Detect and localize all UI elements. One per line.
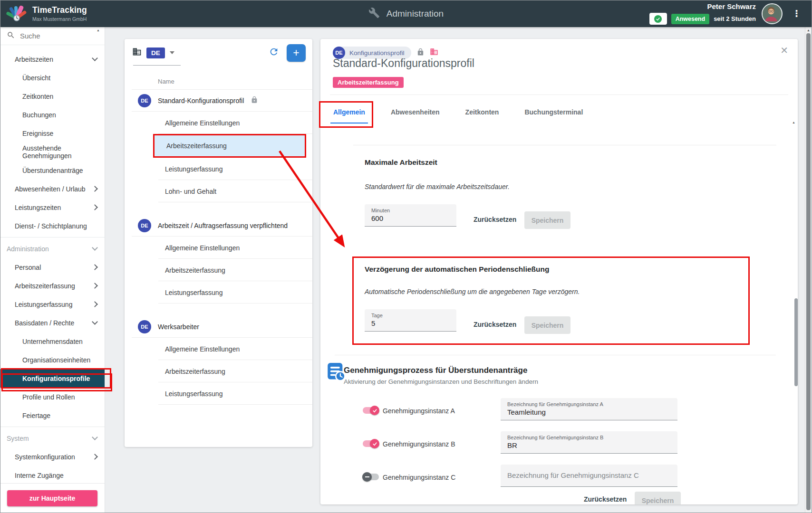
presence-check-button[interactable] <box>649 13 667 25</box>
sidebar-item-profile-und-rollen[interactable]: Profile und Rollen <box>0 388 105 406</box>
sidebar-section-administration[interactable]: Administration <box>0 239 105 258</box>
avatar[interactable] <box>762 3 783 24</box>
sidebar-section-system[interactable]: System <box>0 429 105 447</box>
toggle-instance-a[interactable] <box>362 406 379 415</box>
tab-abwesenheiten[interactable]: Abwesenheiten <box>388 103 443 124</box>
sidebar-item-abwesenheiten-urlaub[interactable]: Abwesenheiten / Urlaub <box>0 180 105 198</box>
sidebar-item-systemkonfiguration[interactable]: Systemkonfiguration <box>0 447 105 466</box>
profile-subitem-selected[interactable]: Arbeitszeiterfassung <box>153 134 306 158</box>
search-placeholder: Suche <box>20 32 40 40</box>
reset-button[interactable]: Zurücksetzen <box>474 321 516 328</box>
tab-allgemein[interactable]: Allgemein <box>330 103 368 124</box>
divider <box>0 237 105 238</box>
tab-buchungsterminal[interactable]: Buchungsterminal <box>522 103 586 124</box>
instance-a-name-input[interactable]: Bezeichnung für Genehmigungsinstanz A Te… <box>501 398 677 420</box>
refresh-icon[interactable] <box>269 47 279 59</box>
reset-button[interactable]: Zurücksetzen <box>584 495 627 503</box>
chevron-down-icon <box>92 55 98 61</box>
sidebar-item-basisdaten-rechte[interactable]: Basisdaten / Rechte <box>0 314 105 332</box>
profile-subitem[interactable]: Leistungserfassung <box>125 158 312 180</box>
sidebar-item-personal[interactable]: Personal <box>0 258 105 276</box>
divider <box>0 427 105 427</box>
sidebar-item-konfigurationsprofile[interactable]: Konfigurationsprofile <box>0 369 105 388</box>
days-input[interactable]: Tage 5 <box>365 309 456 332</box>
profile-subitem[interactable]: Arbeitszeiterfassung <box>125 259 312 281</box>
browser-scrollbar[interactable]: ▲ <box>805 27 812 513</box>
sidebar: Suche ▲ Arbeitszeiten Übersicht Zeitkont… <box>0 27 105 513</box>
profile-subitem[interactable]: Lohn- und Gehalt <box>125 180 312 202</box>
sidebar-item-feiertage[interactable]: Feiertage <box>0 406 105 425</box>
tab-bar: Allgemein Abwesenheiten Zeitkonten Buchu… <box>330 103 586 124</box>
check-icon <box>370 406 379 415</box>
kebab-menu-icon[interactable]: ⋮ <box>788 8 805 19</box>
sidebar-item-leistungserfassung[interactable]: Leistungserfassung <box>0 295 105 314</box>
chevron-down-icon[interactable] <box>170 51 174 54</box>
sidebar-item-buchungen[interactable]: Buchungen <box>0 105 105 124</box>
building-icon[interactable] <box>430 48 438 58</box>
save-button[interactable]: Speichern <box>524 316 570 334</box>
section-desc-period-delay: Automatische Periodenschließung um die a… <box>365 288 580 295</box>
panel-scrollbar[interactable] <box>794 298 798 386</box>
profile-subitem[interactable]: Allgemeine Einstellungen <box>125 112 312 134</box>
sidebar-nav: Arbeitszeiten Übersicht Zeitkonten Buchu… <box>0 45 105 484</box>
profile-group-row[interactable]: DE Standard-Konfigurationsprofil <box>125 90 312 112</box>
sidebar-item-arbeitszeiterfassung[interactable]: Arbeitszeiterfassung <box>0 276 105 295</box>
toggle-instance-b[interactable] <box>362 439 379 448</box>
lock-icon <box>416 48 425 58</box>
save-button[interactable]: Speichern <box>635 492 681 504</box>
toggle-label-c: Genehmigungsinstanz C <box>383 474 455 481</box>
sidebar-item-leistungszeiten[interactable]: Leistungszeiten <box>0 198 105 217</box>
tab-zeitkonten[interactable]: Zeitkonten <box>463 103 502 124</box>
top-bar: TimeTracking Max Mustermann GmbH Adminis… <box>0 0 812 27</box>
user-name: Peter Schwarz <box>707 2 756 10</box>
org-badge-circle: DE <box>138 219 151 232</box>
chevron-right-icon <box>92 204 98 210</box>
close-icon[interactable]: ✕ <box>778 43 790 58</box>
toggle-label-a: Genehmigungsinstanz A <box>383 407 455 415</box>
presence-badge: Anwesend <box>671 14 710 24</box>
reset-button[interactable]: Zurücksetzen <box>474 216 516 223</box>
divider <box>353 145 776 145</box>
profile-group-row[interactable]: DE Arbeitszeit / Auftragserfassung verpf… <box>125 215 312 237</box>
instance-c-name-input[interactable]: Bezeichnung für Genehmigungsinstanz C <box>501 465 677 487</box>
section-title-approval: Genehmigungsprozess für Überstundenanträ… <box>344 366 527 375</box>
sidebar-item-uebersicht[interactable]: Übersicht <box>0 68 105 87</box>
instance-b-name-input[interactable]: Bezeichnung für Genehmigungsinstanz B BR <box>501 431 677 454</box>
sidebar-item-arbeitszeiten[interactable]: Arbeitszeiten <box>0 50 105 68</box>
sidebar-item-unternehmensdaten[interactable]: Unternehmensdaten <box>0 332 105 351</box>
profile-list-header: DE + <box>125 39 312 66</box>
minus-icon <box>362 472 372 482</box>
sidebar-item-zeitkonten[interactable]: Zeitkonten <box>0 87 105 105</box>
sidebar-item-ausstehende-genehmigungen[interactable]: Ausstehende Genehmigungen <box>0 142 105 161</box>
approval-process-icon <box>327 362 346 383</box>
profile-subitem[interactable]: Allgemeine Einstellungen <box>125 237 312 259</box>
sidebar-item-ereignisse[interactable]: Ereignisse <box>0 124 105 142</box>
chevron-down-icon <box>92 434 98 440</box>
profile-subitem[interactable]: Allgemeine Einstellungen <box>125 338 312 360</box>
profile-group-row[interactable]: DE Werksarbeiter <box>125 316 312 338</box>
org-selector-badge[interactable]: DE <box>146 48 165 58</box>
app-brand[interactable]: TimeTracking Max Mustermann GmbH <box>0 3 87 24</box>
building-icon <box>132 47 142 58</box>
sidebar-item-dienst-schichtplanung[interactable]: Dienst- / Schichtplanung <box>0 217 105 235</box>
save-button[interactable]: Speichern <box>524 211 570 229</box>
scroll-up-icon: ▲ <box>807 28 810 32</box>
scrollbar-thumb[interactable] <box>806 33 811 510</box>
add-profile-button[interactable]: + <box>287 44 306 62</box>
toggle-instance-c[interactable] <box>362 472 379 482</box>
check-icon <box>654 15 662 23</box>
profile-list-panel: DE + Name DE Standard-Konfigurationsprof… <box>125 39 312 447</box>
home-button[interactable]: zur Hauptseite <box>7 490 97 506</box>
chevron-right-icon <box>92 264 98 270</box>
profile-subitem[interactable]: Arbeitszeiterfassung <box>125 360 312 382</box>
toggle-label-b: Genehmigungsinstanz B <box>383 440 455 448</box>
app-logo-icon <box>6 3 28 24</box>
search-input[interactable]: Suche <box>0 27 105 45</box>
app-title: TimeTracking <box>32 5 87 15</box>
sidebar-item-ueberstundenantraege[interactable]: Überstundenanträge <box>0 161 105 180</box>
sidebar-item-interne-zugaenge[interactable]: Interne Zugänge <box>0 466 105 484</box>
sidebar-item-organisationseinheiten[interactable]: Organisationseinheiten <box>0 351 105 369</box>
minutes-input[interactable]: Minuten 600 <box>365 204 456 227</box>
profile-subitem[interactable]: Leistungserfassung <box>125 281 312 304</box>
profile-subitem[interactable]: Leistungserfassung <box>125 382 312 405</box>
